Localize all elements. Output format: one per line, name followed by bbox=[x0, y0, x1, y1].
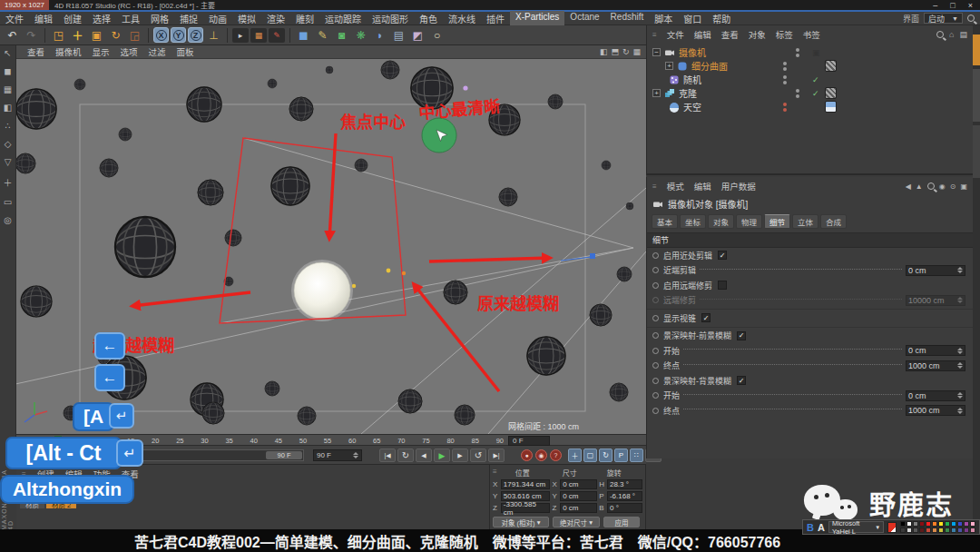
dof-front-start-field[interactable]: 0 cm bbox=[906, 345, 965, 356]
palette-color[interactable] bbox=[951, 527, 956, 533]
om-menu-item[interactable]: 书签 bbox=[803, 28, 820, 41]
keyframe-dot[interactable] bbox=[652, 408, 659, 414]
material-tag-icon[interactable] bbox=[825, 87, 837, 99]
maximize-button[interactable]: □ bbox=[950, 1, 955, 10]
enabled-check-icon[interactable]: ✓ bbox=[812, 89, 819, 98]
dof-front-end-field[interactable]: 1000 cm bbox=[906, 360, 965, 371]
record-keyframe-icon[interactable]: ● bbox=[521, 449, 533, 461]
range-end-bubble[interactable]: 90 F bbox=[266, 451, 302, 459]
menu-item[interactable]: 动画 bbox=[203, 11, 232, 26]
pen-spline-icon[interactable]: ✎ bbox=[314, 26, 331, 44]
visibility-dots[interactable] bbox=[783, 62, 787, 71]
focus-sphere[interactable] bbox=[294, 262, 350, 319]
coords-mode-dropdown[interactable]: 对象 (相对) ▾ bbox=[493, 517, 549, 527]
keyframe-dot[interactable] bbox=[652, 392, 659, 399]
polygons-mode-icon[interactable]: ▽ bbox=[5, 157, 12, 167]
palette-color[interactable] bbox=[957, 527, 963, 533]
snap-icon[interactable]: ◎ bbox=[4, 215, 12, 225]
om-search-icon[interactable] bbox=[936, 31, 944, 38]
palette-color[interactable] bbox=[945, 521, 950, 527]
keyframe-dot[interactable] bbox=[652, 252, 659, 259]
apply-button[interactable]: 应用 bbox=[603, 517, 640, 527]
rotate-tool-icon[interactable]: ↻ bbox=[107, 26, 124, 44]
floor-environment-icon[interactable]: ▤ bbox=[390, 26, 407, 44]
palette-color[interactable] bbox=[964, 527, 969, 533]
rot-b-field[interactable]: 0 ° bbox=[607, 503, 642, 513]
viewport-solo-icon[interactable]: ▭ bbox=[4, 197, 12, 207]
checkbox[interactable] bbox=[718, 251, 727, 260]
object-row-camera[interactable]: − 摄像机 ▣ bbox=[652, 45, 973, 59]
keyframe-dot[interactable] bbox=[652, 315, 659, 321]
palette-color[interactable] bbox=[906, 527, 912, 533]
menu-item[interactable]: 工具 bbox=[116, 11, 145, 26]
pos-z-field[interactable]: -3300.585 cm bbox=[501, 503, 551, 513]
previous-frame-icon[interactable]: ◀ bbox=[416, 448, 432, 462]
active-color-swatch[interactable] bbox=[887, 522, 897, 533]
render-view-icon[interactable]: ▸ bbox=[232, 28, 249, 43]
add-cube-icon[interactable]: ◼ bbox=[295, 26, 312, 44]
frame-spinner[interactable]: 90 F bbox=[313, 449, 362, 461]
expander-icon[interactable]: + bbox=[665, 62, 673, 70]
keyframe-dot[interactable] bbox=[652, 267, 659, 273]
enable-axis-icon[interactable]: ＋ bbox=[4, 175, 13, 189]
palette-color[interactable] bbox=[970, 527, 975, 533]
coordinate-system-icon[interactable]: ⊥ bbox=[205, 26, 222, 44]
material-tag-icon[interactable] bbox=[825, 60, 837, 72]
viewport-toggle1-icon[interactable]: ◧ bbox=[600, 47, 608, 56]
near-clip-field[interactable]: 0 cm bbox=[906, 265, 965, 276]
key-position-icon[interactable]: ＋ bbox=[568, 448, 582, 462]
font-button[interactable]: A bbox=[818, 522, 825, 533]
goto-end-icon[interactable]: ▶| bbox=[488, 448, 505, 462]
size-y-field[interactable]: 0 cm bbox=[560, 491, 597, 501]
om-menu-item[interactable]: 标签 bbox=[776, 28, 793, 41]
viewport-menu-item[interactable]: 显示 bbox=[87, 44, 115, 59]
viewport-menu-item[interactable]: 查看 bbox=[22, 44, 50, 59]
viewport-menu-item[interactable]: 摄像机 bbox=[50, 44, 87, 59]
next-frame-icon[interactable]: ▶ bbox=[452, 448, 468, 462]
keyframe-dot[interactable] bbox=[652, 378, 659, 384]
palette-color[interactable] bbox=[945, 527, 950, 533]
menu-item[interactable]: 网格 bbox=[145, 11, 174, 26]
palette-color[interactable] bbox=[926, 521, 931, 527]
sky-material-tag-icon[interactable] bbox=[825, 101, 837, 113]
menu-item[interactable]: 窗口 bbox=[678, 11, 707, 26]
key-scale-icon[interactable]: ▢ bbox=[583, 448, 597, 462]
attr-tab[interactable]: 坐标 bbox=[680, 214, 706, 229]
texture-mode-icon[interactable]: ▦ bbox=[4, 84, 12, 94]
key-parameter-icon[interactable]: P bbox=[614, 448, 628, 462]
keyframe-dot[interactable] bbox=[652, 348, 659, 354]
keyframe-dot[interactable] bbox=[652, 362, 659, 369]
menu-item[interactable]: 运动图形 bbox=[367, 11, 414, 26]
lock-y-axis-icon[interactable]: Y bbox=[171, 27, 186, 43]
object-row-subdivision[interactable]: + 细分曲面 bbox=[652, 59, 973, 73]
checkbox[interactable] bbox=[737, 331, 746, 340]
palette-color[interactable] bbox=[919, 521, 925, 527]
points-mode-icon[interactable]: ∴ bbox=[5, 121, 10, 131]
active-camera-toggle[interactable]: ▣ bbox=[812, 48, 820, 57]
visibility-dots[interactable] bbox=[783, 103, 787, 112]
workplane-mode-icon[interactable]: ◧ bbox=[4, 103, 12, 113]
checkbox[interactable] bbox=[737, 376, 746, 385]
undo-icon[interactable]: ↶ bbox=[4, 26, 21, 44]
font-dropdown[interactable]: Microsoft YaHei L▼ bbox=[828, 521, 884, 533]
key-rotation-icon[interactable]: ↻ bbox=[599, 448, 612, 462]
pos-x-field[interactable]: 1791.344 cm bbox=[501, 479, 551, 489]
lock-z-axis-icon[interactable]: Z bbox=[188, 27, 203, 43]
redo-icon[interactable]: ↷ bbox=[23, 26, 40, 44]
search-icon[interactable] bbox=[967, 15, 975, 22]
menu-item[interactable]: 角色 bbox=[414, 11, 443, 26]
palette-color[interactable] bbox=[932, 527, 937, 533]
om-menu-item[interactable]: 查看 bbox=[721, 28, 739, 41]
menu-item[interactable]: Octane bbox=[564, 11, 604, 26]
palette-color[interactable] bbox=[932, 521, 937, 527]
keyframe-dot[interactable] bbox=[652, 282, 659, 289]
enabled-check-icon[interactable]: ✓ bbox=[812, 75, 819, 84]
viewport-menu-item[interactable]: 选项 bbox=[115, 44, 143, 59]
subdivision-surface-icon[interactable]: ◙ bbox=[333, 26, 350, 44]
attr-menu-item[interactable]: 用户数据 bbox=[721, 180, 756, 192]
keyframe-dot[interactable] bbox=[652, 332, 659, 339]
live-selection-icon[interactable]: ◳ bbox=[50, 26, 67, 44]
attr-tab[interactable]: 合成 bbox=[820, 214, 847, 229]
viewport-layout-icon[interactable]: ▦ bbox=[632, 47, 641, 56]
palette-color[interactable] bbox=[938, 527, 944, 533]
